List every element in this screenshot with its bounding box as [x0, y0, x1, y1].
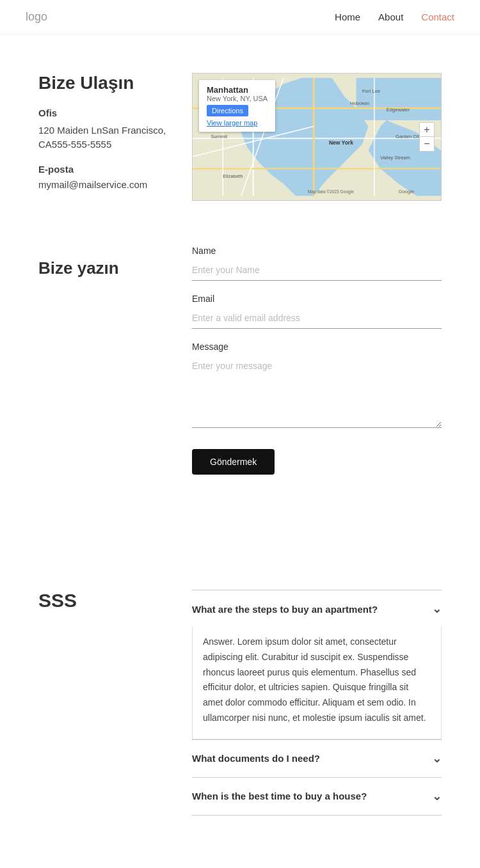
name-input[interactable]	[192, 260, 442, 281]
message-field-group: Message	[192, 342, 442, 430]
email-field-label: Email	[192, 294, 442, 304]
email-field-group: Email	[192, 294, 442, 329]
svg-text:New York: New York	[329, 139, 353, 146]
logo: logo	[26, 10, 47, 24]
message-input[interactable]	[192, 356, 442, 428]
contact-section: Bize Ulaşın Ofis 120 Maiden LnSan Franci…	[0, 35, 480, 226]
map-larger-link[interactable]: View larger map	[207, 119, 268, 127]
nav-link-home[interactable]: Home	[335, 12, 360, 22]
contact-heading: Bize Ulaşın	[38, 73, 166, 93]
faq-chevron-2: ⌄	[432, 789, 442, 803]
faq-list: What are the steps to buy an apartment? …	[192, 590, 442, 816]
name-label: Name	[192, 246, 442, 256]
faq-item-1: What documents do I need? ⌄	[192, 739, 442, 777]
map-location-name: Manhattan	[207, 85, 268, 95]
nav-links: Home About Contact	[335, 12, 454, 22]
map-location-sub: New York, NY, USA	[207, 95, 268, 102]
map-directions-button[interactable]: Directions	[207, 105, 248, 116]
svg-text:Fort Lee: Fort Lee	[362, 88, 380, 94]
navigation: logo Home About Contact	[0, 0, 480, 35]
faq-question-2[interactable]: When is the best time to buy a house? ⌄	[192, 778, 442, 815]
svg-rect-2	[356, 78, 441, 120]
contact-form: Name Email Message Göndermek	[192, 246, 442, 475]
faq-section: SSS What are the steps to buy an apartme…	[0, 551, 480, 854]
form-submit-button[interactable]: Göndermek	[192, 449, 275, 475]
faq-chevron-1: ⌄	[432, 752, 442, 766]
email-input[interactable]	[192, 308, 442, 329]
email-label: E-posta	[38, 162, 166, 177]
map-container: New York Newark Hoboken Summit Elizabeth…	[192, 73, 442, 201]
faq-question-text-2: When is the best time to buy a house?	[192, 791, 367, 801]
faq-answer-0: Answer. Lorem ipsum dolor sit amet, cons…	[192, 627, 442, 739]
address-text: 120 Maiden LnSan Francisco, CA555-555-55…	[38, 123, 166, 152]
message-label: Message	[192, 342, 442, 352]
svg-text:Google: Google	[399, 189, 414, 194]
svg-text:Map data ©2023 Google: Map data ©2023 Google	[308, 189, 354, 194]
svg-text:Hoboken: Hoboken	[350, 100, 369, 106]
form-section: Bize yazın Name Email Message Göndermek	[0, 226, 480, 513]
faq-item-2: When is the best time to buy a house? ⌄	[192, 777, 442, 816]
svg-text:Garden City: Garden City	[396, 134, 422, 139]
faq-chevron-0: ⌄	[432, 602, 442, 616]
nav-link-about[interactable]: About	[378, 12, 403, 22]
nav-link-contact[interactable]: Contact	[421, 12, 454, 22]
svg-text:Summit: Summit	[211, 134, 228, 139]
office-label: Ofis	[38, 106, 166, 121]
map-info-box: Manhattan New York, NY, USA Directions V…	[199, 80, 275, 132]
svg-text:Edgewater: Edgewater	[387, 107, 410, 113]
map-zoom-controls: + −	[419, 122, 435, 152]
form-heading: Bize yazın	[38, 246, 166, 278]
map-zoom-in-button[interactable]: +	[420, 123, 434, 137]
faq-question-text-1: What documents do I need?	[192, 753, 320, 764]
svg-text:Valley Stream: Valley Stream	[380, 155, 410, 161]
email-link[interactable]: mymail@mailservice.com	[38, 179, 147, 190]
faq-question-1[interactable]: What documents do I need? ⌄	[192, 740, 442, 777]
svg-text:Elizabeth: Elizabeth	[223, 173, 243, 179]
name-field-group: Name	[192, 246, 442, 281]
faq-item-0: What are the steps to buy an apartment? …	[192, 590, 442, 739]
map-zoom-out-button[interactable]: −	[420, 137, 434, 151]
faq-question-text-0: What are the steps to buy an apartment?	[192, 604, 378, 615]
faq-heading: SSS	[38, 590, 166, 612]
contact-info: Bize Ulaşın Ofis 120 Maiden LnSan Franci…	[38, 73, 166, 190]
map-image: New York Newark Hoboken Summit Elizabeth…	[193, 74, 441, 200]
faq-question-0[interactable]: What are the steps to buy an apartment? …	[192, 590, 442, 627]
